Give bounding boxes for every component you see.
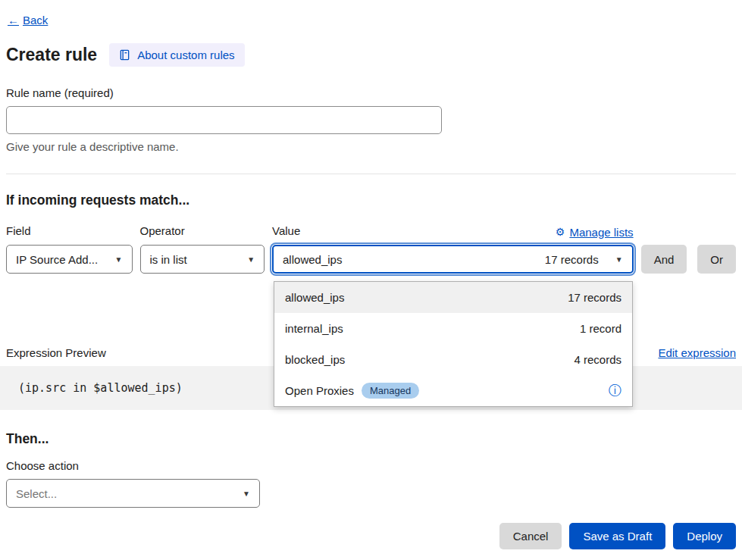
field-column: Field IP Source Add... ▼ — [6, 224, 133, 274]
section-divider — [6, 174, 736, 174]
chevron-down-icon: ▼ — [115, 255, 123, 264]
rule-name-label: Rule name (required) — [6, 86, 736, 100]
option-name: allowed_ips — [285, 291, 344, 304]
rule-name-input[interactable] — [6, 106, 442, 134]
match-section-heading: If incoming requests match... — [6, 192, 736, 209]
or-button-column: Or — [697, 224, 736, 274]
managed-badge: Managed — [362, 383, 419, 399]
value-select-records-count: 17 records — [545, 253, 599, 266]
cancel-button[interactable]: Cancel — [499, 523, 562, 549]
operator-select-value: is in list — [150, 253, 187, 266]
about-custom-rules-label: About custom rules — [137, 48, 234, 61]
operator-label: Operator — [140, 224, 265, 239]
value-dropdown-menu: allowed_ips 17 records internal_ips 1 re… — [274, 281, 633, 407]
action-select-placeholder: Select... — [16, 487, 57, 500]
gear-icon: ⚙ — [556, 226, 565, 238]
value-label: Value — [272, 224, 300, 239]
back-arrow-icon: ← — [8, 14, 19, 27]
and-button-column: And — [641, 224, 687, 274]
then-section-heading: Then... — [6, 431, 736, 447]
dropdown-option-blocked-ips[interactable]: blocked_ips 4 records — [274, 344, 632, 375]
manage-lists-label: Manage lists — [569, 226, 633, 239]
expression-code: (ip.src in $allowed_ips) — [18, 381, 183, 395]
value-select-value: allowed_ips — [283, 253, 342, 266]
option-name: Open Proxies — [285, 384, 354, 397]
edit-expression-link[interactable]: Edit expression — [658, 346, 736, 359]
value-label-row: Value ⚙ Manage lists — [272, 224, 634, 239]
about-custom-rules-button[interactable]: About custom rules — [109, 43, 244, 67]
chevron-down-icon: ▼ — [615, 255, 623, 264]
field-select-value: IP Source Add... — [16, 253, 98, 266]
value-column: Value ⚙ Manage lists allowed_ips 17 reco… — [272, 224, 634, 274]
footer-actions: Cancel Save as Draft Deploy — [6, 523, 736, 549]
dropdown-option-open-proxies[interactable]: Open Proxies Managed ⓘ — [274, 375, 632, 406]
save-as-draft-button[interactable]: Save as Draft — [569, 523, 665, 549]
or-button[interactable]: Or — [697, 245, 736, 274]
value-select[interactable]: allowed_ips 17 records ▼ — [272, 245, 634, 274]
match-condition-row: Field IP Source Add... ▼ Operator is in … — [6, 224, 736, 274]
field-select[interactable]: IP Source Add... ▼ — [6, 245, 133, 274]
option-record-count: 4 records — [575, 353, 622, 366]
info-icon[interactable]: ⓘ — [609, 384, 621, 397]
deploy-button[interactable]: Deploy — [673, 523, 736, 549]
operator-select[interactable]: is in list ▼ — [140, 245, 265, 274]
field-label: Field — [6, 224, 133, 239]
book-icon — [119, 49, 130, 61]
option-record-count: 1 record — [580, 322, 621, 335]
back-link[interactable]: ← Back — [8, 14, 48, 27]
title-row: Create rule About custom rules — [6, 43, 736, 67]
dropdown-option-allowed-ips[interactable]: allowed_ips 17 records — [274, 282, 632, 313]
option-name: blocked_ips — [285, 353, 345, 366]
page-title: Create rule — [6, 45, 97, 65]
manage-lists-link[interactable]: ⚙ Manage lists — [556, 226, 634, 239]
choose-action-label: Choose action — [6, 459, 736, 473]
dropdown-option-internal-ips[interactable]: internal_ips 1 record — [274, 313, 632, 344]
action-select[interactable]: Select... ▼ — [6, 479, 260, 508]
chevron-down-icon: ▼ — [243, 490, 250, 498]
back-link-label: Back — [23, 14, 48, 27]
and-button[interactable]: And — [641, 245, 687, 274]
rule-name-help-text: Give your rule a descriptive name. — [6, 140, 736, 154]
option-record-count: 17 records — [568, 291, 621, 304]
option-name: internal_ips — [285, 322, 343, 335]
chevron-down-icon: ▼ — [247, 255, 255, 264]
operator-column: Operator is in list ▼ — [140, 224, 265, 274]
expression-preview-label: Expression Preview — [6, 346, 106, 359]
